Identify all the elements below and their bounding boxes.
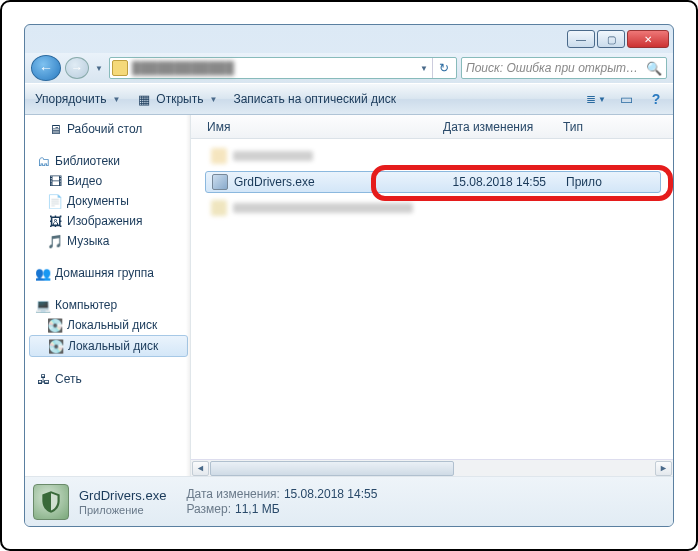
app-icon: ▦	[136, 91, 152, 107]
organize-button[interactable]: Упорядочить▼	[31, 90, 124, 108]
maximize-button[interactable]: ▢	[597, 30, 625, 48]
titlebar: — ▢ ✕	[25, 25, 673, 53]
scroll-left-button[interactable]: ◄	[192, 461, 209, 476]
toolbar: Упорядочить▼ ▦ Открыть▼ Записать на опти…	[25, 83, 673, 115]
preview-pane-button[interactable]: ▭	[615, 88, 637, 110]
shield-icon	[33, 484, 69, 520]
column-headers: Имя Дата изменения Тип	[191, 115, 673, 139]
video-icon: 🎞	[47, 173, 63, 189]
search-icon: 🔍	[646, 61, 662, 76]
sidebar-item-localdisk-1[interactable]: 💽Локальный диск	[27, 315, 190, 335]
file-name: GrdDrivers.exe	[234, 175, 446, 189]
exe-icon	[212, 174, 228, 190]
nav-history-dropdown[interactable]: ▼	[93, 55, 105, 81]
address-bar[interactable]: ████████████ ▼ ↻	[109, 57, 457, 79]
views-button[interactable]: ≣▼	[585, 88, 607, 110]
file-list: GrdDrivers.exe 15.08.2018 14:55 Прило	[191, 139, 673, 459]
computer-icon: 💻	[35, 297, 51, 313]
document-icon: 📄	[47, 193, 63, 209]
sidebar-item-music[interactable]: 🎵Музыка	[27, 231, 190, 251]
sidebar-item-pictures[interactable]: 🖼Изображения	[27, 211, 190, 231]
desktop-icon: 🖥	[47, 121, 63, 137]
sidebar-item-videos[interactable]: 🎞Видео	[27, 171, 190, 191]
folder-icon	[112, 60, 128, 76]
file-date: 15.08.2018 14:55	[446, 175, 566, 189]
sidebar-item-homegroup[interactable]: 👥Домашняя группа	[27, 263, 190, 283]
address-dropdown-icon[interactable]: ▼	[420, 64, 428, 73]
homegroup-icon: 👥	[35, 265, 51, 281]
help-button[interactable]: ?	[645, 88, 667, 110]
address-path: ████████████	[132, 61, 416, 75]
refresh-button[interactable]: ↻	[432, 58, 454, 78]
navigation-pane: 🖥Рабочий стол 🗂Библиотеки 🎞Видео 📄Докуме…	[25, 115, 191, 476]
disk-icon: 💽	[48, 338, 64, 354]
details-title: GrdDrivers.exe	[79, 488, 166, 503]
minimize-button[interactable]: —	[567, 30, 595, 48]
details-size-label: Размер:	[186, 502, 231, 516]
sidebar-item-network[interactable]: 🖧Сеть	[27, 369, 190, 389]
scroll-track[interactable]	[210, 461, 654, 476]
file-row-blurred	[211, 147, 665, 165]
details-date-label: Дата изменения:	[186, 487, 280, 501]
nav-back-button[interactable]: ←	[31, 55, 61, 81]
scroll-thumb[interactable]	[210, 461, 454, 476]
sidebar-item-localdisk-2[interactable]: 💽Локальный диск	[29, 335, 188, 357]
horizontal-scrollbar[interactable]: ◄ ►	[191, 459, 673, 476]
file-row-selected[interactable]: GrdDrivers.exe 15.08.2018 14:55 Прило	[205, 171, 661, 193]
pictures-icon: 🖼	[47, 213, 63, 229]
details-subtitle: Приложение	[79, 504, 166, 516]
details-size-value: 11,1 МБ	[235, 502, 280, 516]
column-date[interactable]: Дата изменения	[443, 120, 563, 134]
explorer-window: — ▢ ✕ ← → ▼ ████████████ ▼ ↻ Поиск: Ошиб…	[24, 24, 674, 527]
sidebar-item-desktop[interactable]: 🖥Рабочий стол	[27, 119, 190, 139]
scroll-right-button[interactable]: ►	[655, 461, 672, 476]
details-date-value: 15.08.2018 14:55	[284, 487, 377, 501]
content-pane: Имя Дата изменения Тип GrdDrivers.exe 15…	[191, 115, 673, 476]
search-box[interactable]: Поиск: Ошибка при открытии Пан... 🔍	[461, 57, 667, 79]
sidebar-item-documents[interactable]: 📄Документы	[27, 191, 190, 211]
column-name[interactable]: Имя	[199, 120, 443, 134]
column-type[interactable]: Тип	[563, 120, 665, 134]
nav-forward-button[interactable]: →	[65, 57, 89, 79]
navbar: ← → ▼ ████████████ ▼ ↻ Поиск: Ошибка при…	[25, 53, 673, 83]
close-button[interactable]: ✕	[627, 30, 669, 48]
file-row-blurred	[211, 199, 665, 217]
network-icon: 🖧	[35, 371, 51, 387]
sidebar-item-computer[interactable]: 💻Компьютер	[27, 295, 190, 315]
file-type: Прило	[566, 175, 654, 189]
details-pane: GrdDrivers.exe Приложение Дата изменения…	[25, 476, 673, 526]
music-icon: 🎵	[47, 233, 63, 249]
sidebar-item-libraries[interactable]: 🗂Библиотеки	[27, 151, 190, 171]
search-placeholder: Поиск: Ошибка при открытии Пан...	[466, 61, 642, 75]
disk-icon: 💽	[47, 317, 63, 333]
libraries-icon: 🗂	[35, 153, 51, 169]
burn-button[interactable]: Записать на оптический диск	[229, 90, 400, 108]
open-button[interactable]: ▦ Открыть▼	[132, 89, 221, 109]
